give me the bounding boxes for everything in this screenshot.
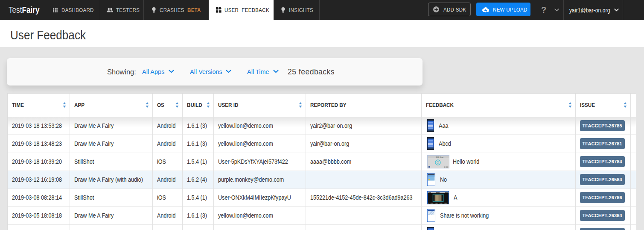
svg-text:9KB Chat: 9KB Chat bbox=[436, 156, 444, 158]
